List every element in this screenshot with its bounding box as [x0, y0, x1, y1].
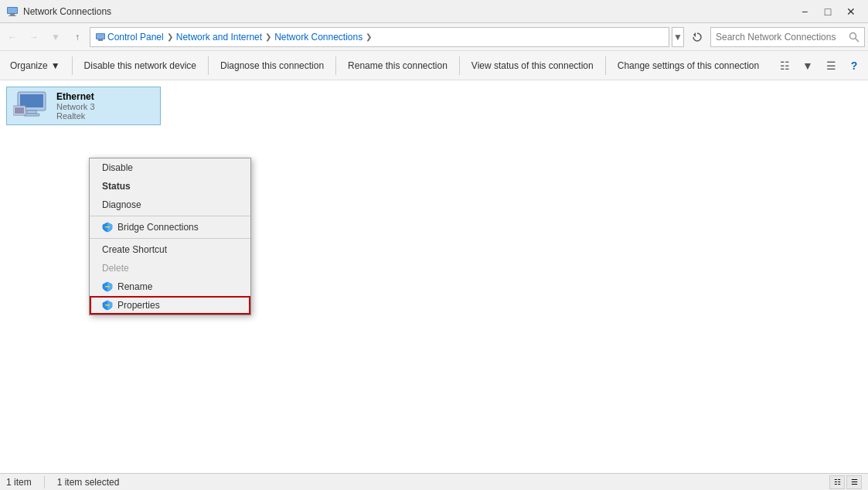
svg-line-9: [856, 38, 859, 42]
ctx-diagnose-label: Diagnose: [102, 199, 141, 210]
ctx-bridge[interactable]: Bridge Connections: [90, 218, 250, 236]
context-menu: Disable Status Diagnose Bridge Connectio…: [89, 158, 251, 315]
toolbar-sep-5: [605, 56, 606, 75]
status-sep: [44, 476, 45, 488]
ctx-shortcut-label: Create Shortcut: [102, 244, 167, 255]
svg-rect-5: [97, 34, 104, 39]
svg-rect-13: [24, 114, 39, 116]
window-controls: − □ ✕: [794, 4, 862, 19]
organize-dropdown-icon: ▼: [51, 60, 60, 71]
svg-rect-16: [105, 226, 110, 228]
refresh-button[interactable]: [687, 27, 707, 47]
svg-marker-7: [693, 32, 696, 37]
ctx-disable-label: Disable: [102, 162, 133, 173]
toolbar: Organize ▼ Disable this network device D…: [0, 51, 868, 80]
breadcrumb-network-internet[interactable]: Network and Internet: [176, 32, 262, 43]
breadcrumb-icon: [95, 32, 106, 43]
breadcrumb-bar: Control Panel ❯ Network and Internet ❯ N…: [90, 27, 669, 47]
rename-button[interactable]: Rename this connection: [341, 54, 454, 77]
ctx-properties-label: Properties: [117, 300, 160, 311]
ethernet-item[interactable]: Ethernet Network 3 Realtek: [6, 87, 161, 125]
window-title: Network Connections: [23, 6, 111, 17]
item-count: 1 item: [6, 477, 32, 488]
address-bar: ← → ▼ ↑ Control Panel ❯ Network and Inte…: [0, 23, 868, 51]
view-status-button[interactable]: View status of this connection: [465, 54, 601, 77]
maximize-button[interactable]: □: [817, 4, 839, 19]
diagnose-button[interactable]: Diagnose this connection: [213, 54, 331, 77]
organize-button[interactable]: Organize ▼: [3, 54, 67, 77]
svg-rect-1: [8, 8, 17, 13]
ctx-delete-label: Delete: [102, 263, 129, 274]
change-settings-button[interactable]: Change settings of this connection: [611, 54, 766, 77]
ctx-delete: Delete: [90, 259, 250, 277]
search-box[interactable]: [710, 27, 865, 47]
svg-rect-6: [98, 39, 103, 41]
breadcrumb-sep-3: ❯: [366, 32, 372, 41]
rename-shield-icon: [102, 281, 113, 292]
toolbar-sep-4: [459, 56, 460, 75]
main-content: Ethernet Network 3 Realtek Disable Statu…: [0, 80, 868, 473]
breadcrumb-sep-2: ❯: [265, 32, 271, 41]
ethernet-label: Ethernet Network 3 Realtek: [56, 91, 95, 121]
breadcrumb-dropdown[interactable]: ▼: [672, 27, 684, 47]
forward-button[interactable]: →: [25, 27, 43, 47]
status-view-grid-button[interactable]: ☷: [829, 475, 845, 489]
breadcrumb-sep-1: ❯: [167, 32, 173, 41]
ctx-status[interactable]: Status: [90, 177, 250, 196]
svg-rect-15: [15, 107, 24, 114]
selected-count: 1 item selected: [57, 477, 120, 488]
toolbar-sep-2: [208, 56, 209, 75]
search-input[interactable]: [716, 32, 846, 43]
properties-shield-icon: [102, 300, 113, 311]
up-button[interactable]: ↑: [68, 27, 87, 47]
refresh-icon: [692, 32, 703, 43]
ctx-rename-label: Rename: [117, 281, 152, 292]
ethernet-icon: [13, 90, 50, 121]
ctx-bridge-label: Bridge Connections: [117, 222, 199, 233]
status-view-icons: ☷ ☰: [829, 475, 862, 489]
ctx-rename[interactable]: Rename: [90, 277, 250, 296]
computer-network-icon: [13, 90, 50, 121]
svg-rect-18: [105, 305, 110, 306]
svg-point-8: [850, 32, 856, 39]
minimize-button[interactable]: −: [794, 4, 815, 19]
status-view-list-button[interactable]: ☰: [846, 475, 862, 489]
breadcrumb-control-panel[interactable]: Control Panel: [107, 32, 164, 43]
ethernet-brand: Realtek: [56, 111, 95, 121]
view-dropdown-button[interactable]: ▼: [797, 55, 819, 77]
svg-rect-3: [9, 15, 16, 16]
svg-rect-12: [27, 111, 36, 114]
svg-rect-11: [20, 94, 43, 107]
ctx-status-label: Status: [102, 181, 131, 192]
back-button[interactable]: ←: [3, 27, 22, 47]
toolbar-sep-1: [72, 56, 73, 75]
details-pane-button[interactable]: ☰: [820, 55, 842, 77]
toolbar-sep-3: [335, 56, 336, 75]
disable-button[interactable]: Disable this network device: [77, 54, 203, 77]
title-icon: [6, 5, 19, 18]
help-button[interactable]: ?: [843, 55, 865, 77]
svg-rect-17: [105, 286, 110, 288]
svg-rect-2: [10, 14, 15, 15]
status-bar: 1 item 1 item selected ☷ ☰: [0, 473, 868, 490]
breadcrumb-network-connections[interactable]: Network Connections: [274, 32, 363, 43]
ctx-sep-1: [90, 216, 250, 216]
ethernet-name: Ethernet: [56, 91, 95, 102]
title-bar: Network Connections − □ ✕: [0, 0, 868, 23]
ctx-sep-2: [90, 238, 250, 239]
close-button[interactable]: ✕: [840, 4, 862, 19]
ctx-shortcut[interactable]: Create Shortcut: [90, 240, 250, 259]
ethernet-sub: Network 3: [56, 102, 95, 111]
ctx-properties[interactable]: Properties: [90, 296, 250, 315]
ctx-disable[interactable]: Disable: [90, 158, 250, 177]
ctx-diagnose[interactable]: Diagnose: [90, 196, 250, 214]
search-icon: [849, 32, 859, 43]
view-toggle-button[interactable]: ☷: [774, 55, 795, 77]
recent-locations-button[interactable]: ▼: [46, 27, 65, 47]
bridge-shield-icon: [102, 222, 113, 233]
